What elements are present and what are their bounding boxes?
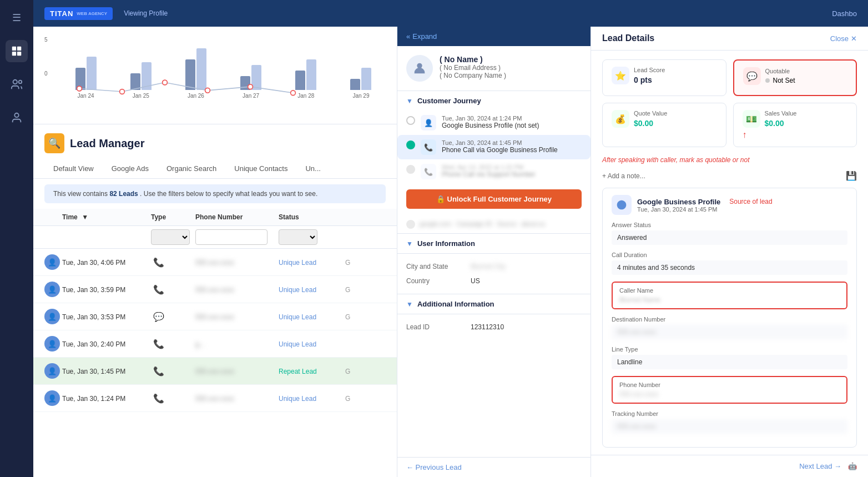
viewing-profile-label: Viewing Profile bbox=[124, 9, 168, 17]
previous-lead-button[interactable]: ← Previous Lead bbox=[406, 463, 462, 471]
status-filter-select[interactable] bbox=[279, 229, 317, 245]
row-time: Tue, Jan 30, 3:53 PM bbox=[62, 313, 125, 321]
col-header-phone: Phone Number bbox=[195, 213, 279, 221]
y-axis: 5 0 bbox=[44, 37, 48, 77]
caller-name-value: Blurred Name bbox=[619, 296, 840, 304]
tracking-number-value: 555-xxx-xxxx bbox=[612, 419, 847, 434]
tab-organic-search[interactable]: Organic Search bbox=[158, 160, 225, 178]
unlock-journey-button[interactable]: 🔒 Unlock Full Customer Journey bbox=[406, 189, 582, 209]
additional-information-title: Additional Information bbox=[417, 300, 494, 308]
journey-item: 👤 Tue, Jan 30, 2024 at 1:24 PM Google Bu… bbox=[397, 111, 591, 135]
phone-number: 555-xxx-xxxx bbox=[195, 286, 234, 294]
table-row[interactable]: 👤 Tue, Jan 30, 4:06 PM 📞 555-xxx-xxxx Un… bbox=[33, 249, 397, 276]
phone-icon: 📞 bbox=[421, 139, 436, 155]
profile-email: ( No Email Address ) bbox=[440, 64, 582, 72]
tab-more[interactable]: Un... bbox=[296, 160, 329, 178]
table-row[interactable]: 👤 Tue, Jan 30, 2:40 PM 📞 g... Unique Lea… bbox=[33, 330, 397, 358]
chart-label: Jan 25 bbox=[133, 93, 149, 99]
table-row[interactable]: 👤 Tue, Jan 30, 1:45 PM 📞 555-xxx-xxxx Re… bbox=[33, 358, 397, 385]
status-label: Repeat Lead bbox=[279, 368, 317, 375]
city-value: Blurred City bbox=[471, 263, 506, 270]
lead-score-value: 0 pts bbox=[634, 76, 665, 84]
next-lead-button[interactable]: Next Lead → 🤖 bbox=[799, 462, 857, 470]
leads-table: Time ▼ Type Phone Number Status bbox=[33, 209, 397, 477]
source-info: Google Business Profile Source of lead T… bbox=[637, 198, 773, 213]
middle-panel: « Expand ( No Name ) ( No Email Address … bbox=[397, 27, 591, 477]
answer-status-field: Answer Status Answered bbox=[612, 222, 847, 245]
y-label-5: 5 bbox=[44, 37, 48, 43]
col-header-time: Time ▼ bbox=[62, 213, 151, 221]
avatar: 👤 bbox=[44, 336, 60, 352]
city-label: City and State bbox=[406, 263, 462, 270]
journey-time: Tue, Jan 30, 2024 at 1:24 PM bbox=[442, 115, 582, 122]
user-information-header[interactable]: ▼ User Information bbox=[397, 233, 591, 253]
journey-item-active[interactable]: 📞 Tue, Jan 30, 2024 at 1:45 PM Phone Cal… bbox=[397, 135, 591, 159]
journey-time: Tue, Jan 30, 2024 at 1:45 PM bbox=[442, 139, 582, 146]
row-time: Tue, Jan 30, 4:06 PM bbox=[62, 259, 125, 267]
phone-filter-input[interactable] bbox=[195, 229, 268, 245]
quote-value: $0.00 bbox=[634, 119, 667, 128]
sidebar: ☰ bbox=[0, 0, 33, 477]
col-header-status: Status bbox=[279, 213, 345, 221]
add-note-label[interactable]: + Add a note... bbox=[602, 172, 645, 180]
call-icon: 📞 bbox=[151, 336, 166, 352]
journey-dot-green bbox=[406, 140, 415, 149]
status-label: Unique Lead bbox=[279, 259, 316, 267]
agent-icon: 🤖 bbox=[848, 462, 857, 470]
blurred-journey-item: google.com · Campaign ID · Source · abou… bbox=[397, 214, 591, 233]
filter-text: This view contains bbox=[53, 190, 108, 198]
bar-dark bbox=[295, 71, 305, 90]
chart-bar-jan28: Jan 28 bbox=[281, 34, 331, 99]
table-row[interactable]: 👤 Tue, Jan 30, 1:24 PM 📞 555-xxx-xxxx Un… bbox=[33, 385, 397, 412]
score-cards: ⭐ Lead Score 0 pts 💬 Q bbox=[602, 59, 857, 147]
table-row[interactable]: 👤 Tue, Jan 30, 3:59 PM 📞 555-xxx-xxxx Un… bbox=[33, 276, 397, 303]
lead-score-label: Lead Score bbox=[634, 67, 665, 73]
journey-dot bbox=[406, 220, 415, 229]
save-icon[interactable]: 💾 bbox=[846, 170, 857, 181]
prev-next-bar: ← Previous Lead bbox=[397, 457, 591, 477]
note-area: + Add a note... 💾 bbox=[602, 170, 857, 181]
chevron-down-icon: ▼ bbox=[406, 300, 413, 308]
score-icon: ⭐ bbox=[612, 67, 629, 84]
chart-label: Jan 29 bbox=[352, 93, 369, 99]
journey-desc: Phone Call via Google Business Profile bbox=[442, 146, 582, 154]
phone-number: 555-xxx-xxxx bbox=[195, 313, 234, 321]
blurred-text: google.com · Campaign ID · Source · abou… bbox=[420, 220, 545, 227]
table-row[interactable]: 👤 Tue, Jan 30, 3:53 PM 💬 555-xxx-xxxx Un… bbox=[33, 303, 397, 330]
additional-information-header[interactable]: ▼ Additional Information bbox=[397, 294, 591, 314]
type-filter-select[interactable] bbox=[151, 229, 190, 245]
expand-button[interactable]: « Expand bbox=[406, 32, 437, 41]
arrow-up-icon: ↑ bbox=[743, 130, 747, 140]
sidebar-icon-users[interactable] bbox=[6, 73, 28, 96]
source-icon bbox=[612, 195, 632, 215]
user-info-fields: City and State Blurred City Country US bbox=[397, 253, 591, 294]
source-card: Google Business Profile Source of lead T… bbox=[602, 188, 857, 448]
right-panel-content: ⭐ Lead Score 0 pts 💬 Q bbox=[591, 51, 868, 455]
journey-dot-gray bbox=[406, 165, 415, 174]
sidebar-icon-building[interactable] bbox=[6, 40, 28, 62]
tab-google-ads[interactable]: Google Ads bbox=[103, 160, 158, 178]
journey-desc: Google Business Profile (not set) bbox=[442, 122, 582, 129]
bar-dark bbox=[350, 79, 360, 90]
chart-label: Jan 28 bbox=[297, 93, 314, 99]
bar-light bbox=[196, 48, 206, 90]
sidebar-hamburger[interactable]: ☰ bbox=[6, 7, 28, 29]
journey-desc: Phone Call via Support Number bbox=[442, 170, 582, 178]
tab-default-view[interactable]: Default View bbox=[44, 160, 103, 178]
quote-icon: 💰 bbox=[612, 110, 629, 128]
svg-point-5 bbox=[19, 81, 22, 84]
extra: G bbox=[345, 313, 350, 321]
table-filter-row: 🔍 bbox=[33, 226, 397, 249]
avatar bbox=[406, 55, 433, 82]
close-button[interactable]: Close ✕ bbox=[830, 34, 857, 43]
sidebar-icon-person[interactable] bbox=[6, 107, 28, 129]
bar-dark bbox=[240, 76, 250, 90]
status-label: Unique Lead bbox=[279, 395, 316, 403]
tab-unique-contacts[interactable]: Unique Contacts bbox=[225, 160, 296, 178]
avatar: 👤 bbox=[44, 282, 60, 297]
svg-point-6 bbox=[14, 113, 18, 117]
customer-journey-header[interactable]: ▼ Customer Journey bbox=[397, 91, 591, 111]
status-label: Unique Lead bbox=[279, 286, 316, 294]
phone-icon: 📞 bbox=[421, 164, 436, 179]
logo-subtitle: WEB AGENCY bbox=[77, 11, 107, 16]
